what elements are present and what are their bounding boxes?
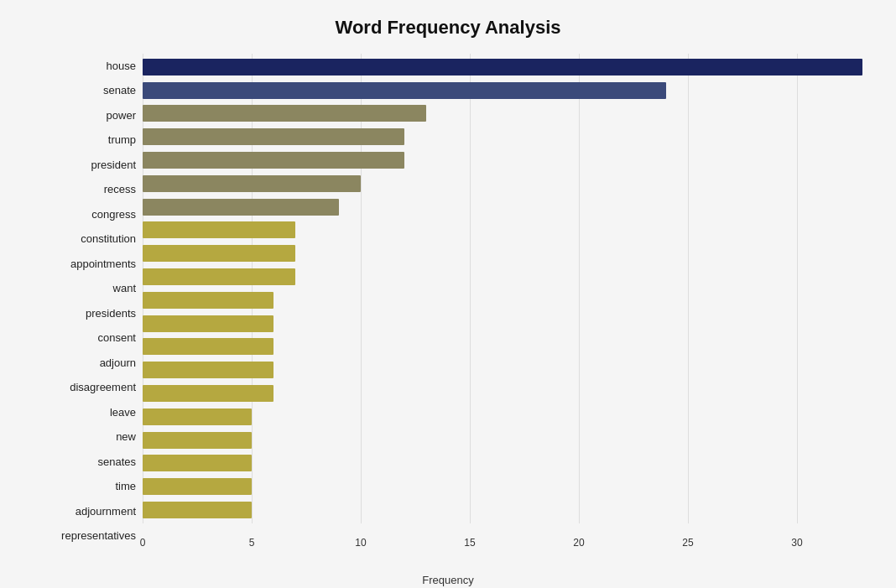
y-label: presidents <box>34 303 136 325</box>
bar <box>143 315 273 332</box>
bars-container <box>143 54 862 523</box>
y-label: recess <box>34 179 136 200</box>
bar <box>143 152 404 169</box>
bar-row <box>143 58 862 76</box>
y-label: adjourn <box>34 352 136 374</box>
bar <box>143 175 361 192</box>
bar <box>143 59 862 75</box>
bar-row <box>143 198 862 216</box>
bar <box>143 338 273 355</box>
bar-row <box>143 81 862 100</box>
x-tick: 30 <box>791 537 802 549</box>
bar <box>143 432 252 449</box>
y-label: senate <box>34 80 136 101</box>
chart-area: housesenatepowertrumppresidentrecesscong… <box>34 54 862 549</box>
bar-row <box>143 315 862 333</box>
bar <box>143 221 295 238</box>
y-label: house <box>34 55 136 77</box>
bar-row <box>143 337 862 356</box>
bar-row <box>143 174 862 193</box>
y-label: disagreement <box>34 377 136 398</box>
x-tick: 10 <box>355 537 366 549</box>
y-label: new <box>34 426 136 448</box>
y-labels: housesenatepowertrumppresidentrecesscong… <box>34 54 143 549</box>
x-tick: 0 <box>140 537 146 549</box>
y-label: adjournment <box>34 501 136 523</box>
bar <box>143 128 404 145</box>
y-label: power <box>34 105 136 127</box>
bar-row <box>143 384 862 403</box>
x-axis-label: Frequency <box>34 574 862 586</box>
y-label: congress <box>34 204 136 226</box>
plot-area: 051015202530 <box>143 54 862 549</box>
y-label: want <box>34 278 136 299</box>
chart-title: Word Frequency Analysis <box>34 17 862 39</box>
x-tick: 15 <box>464 537 475 549</box>
y-label: senates <box>34 451 136 473</box>
bar <box>143 478 252 495</box>
bar-row <box>143 151 862 169</box>
bar-row <box>143 268 862 286</box>
bar-row <box>143 431 862 450</box>
bar <box>143 245 295 262</box>
y-label: time <box>34 476 136 497</box>
bar-row <box>143 221 862 239</box>
bar <box>143 292 273 309</box>
bar <box>143 502 252 518</box>
bar-row <box>143 477 862 496</box>
bar-row <box>143 104 862 122</box>
bar-row <box>143 127 862 146</box>
chart-container: Word Frequency Analysis housesenatepower… <box>0 0 896 588</box>
x-axis: 051015202530 <box>143 523 862 549</box>
bar-row <box>143 291 862 310</box>
x-tick: 25 <box>682 537 693 549</box>
x-tick: 20 <box>573 537 584 549</box>
bar-row <box>143 454 862 472</box>
y-label: trump <box>34 129 136 151</box>
y-label: consent <box>34 327 136 349</box>
bar <box>143 199 339 216</box>
bar <box>143 455 252 471</box>
y-label: president <box>34 154 136 176</box>
bar <box>143 105 426 122</box>
bar-row <box>143 244 862 263</box>
bar-row <box>143 361 862 379</box>
bar <box>143 362 273 378</box>
bar <box>143 82 666 99</box>
bar-row <box>143 408 862 426</box>
bar-row <box>143 501 862 519</box>
bar <box>143 385 273 402</box>
y-label: representatives <box>34 525 136 547</box>
x-tick: 5 <box>249 537 255 549</box>
bar <box>143 268 295 285</box>
y-label: constitution <box>34 228 136 250</box>
y-label: leave <box>34 402 136 424</box>
bar <box>143 408 252 425</box>
y-label: appointments <box>34 253 136 275</box>
